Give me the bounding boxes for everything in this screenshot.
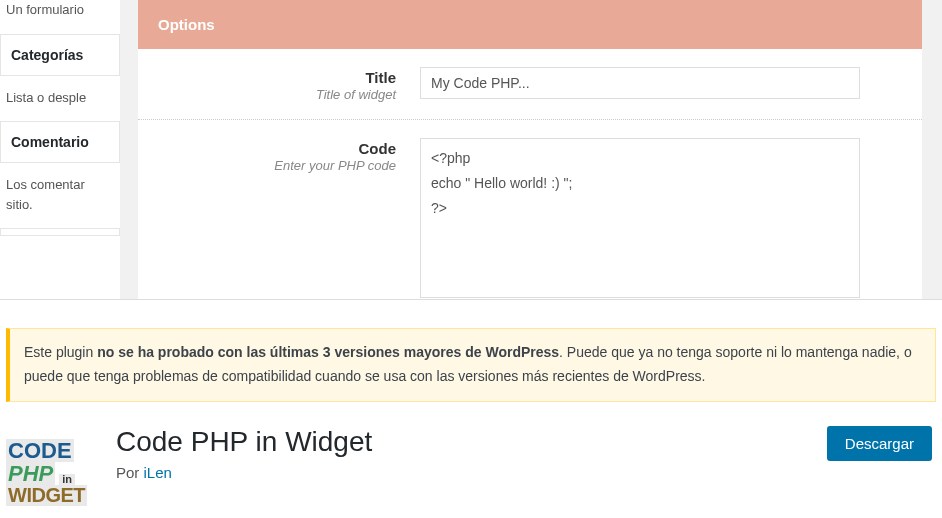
plugin-author-link[interactable]: iLen <box>144 464 172 481</box>
download-button[interactable]: Descargar <box>827 426 932 461</box>
widget-blank[interactable] <box>0 228 120 236</box>
widget-comentarios-title: Comentario <box>1 122 119 162</box>
code-textarea[interactable]: <?php echo " Hello world! :) "; ?> <box>420 138 860 298</box>
widgets-sidebar: Un formulario Categorías Lista o desple … <box>0 0 120 299</box>
plugin-author-line: Por iLen <box>116 464 811 481</box>
title-label: Title <box>160 69 396 86</box>
wp-admin-screenshot: Un formulario Categorías Lista o desple … <box>0 0 942 300</box>
widget-categorias[interactable]: Categorías <box>0 34 120 76</box>
title-row: Title Title of widget <box>138 49 922 120</box>
compatibility-warning: Este plugin no se ha probado con las últ… <box>6 328 936 402</box>
widget-options-panel: Options Title Title of widget Code Enter… <box>138 0 922 299</box>
widget-comentarios-desc: Los comentar sitio. <box>0 175 120 228</box>
plugin-icon-widget: WIDGET <box>6 485 87 506</box>
title-input[interactable] <box>420 67 860 99</box>
author-prefix: Por <box>116 464 144 481</box>
widget-categorias-title: Categorías <box>1 35 119 75</box>
plugin-directory-page: Este plugin no se ha probado con las últ… <box>0 328 942 518</box>
warning-prefix: Este plugin <box>24 344 97 360</box>
plugin-icon-php: PHP <box>6 462 55 485</box>
plugin-header: CODE PHP in WIDGET Code PHP in Widget Po… <box>0 402 942 518</box>
options-header: Options <box>138 0 922 49</box>
code-sublabel: Enter your PHP code <box>160 158 396 173</box>
plugin-icon: CODE PHP in WIDGET <box>6 426 100 518</box>
widget-categorias-desc: Lista o desple <box>0 88 120 122</box>
widget-comentarios[interactable]: Comentario <box>0 121 120 163</box>
warning-bold: no se ha probado con las últimas 3 versi… <box>97 344 559 360</box>
code-label: Code <box>160 140 396 157</box>
widget-truncated-text: Un formulario <box>0 0 120 34</box>
title-sublabel: Title of widget <box>160 87 396 102</box>
plugin-title: Code PHP in Widget <box>116 426 811 458</box>
plugin-info: Code PHP in Widget Por iLen <box>116 426 811 481</box>
plugin-icon-code: CODE <box>6 439 74 462</box>
code-row: Code Enter your PHP code <?php echo " He… <box>138 120 922 300</box>
